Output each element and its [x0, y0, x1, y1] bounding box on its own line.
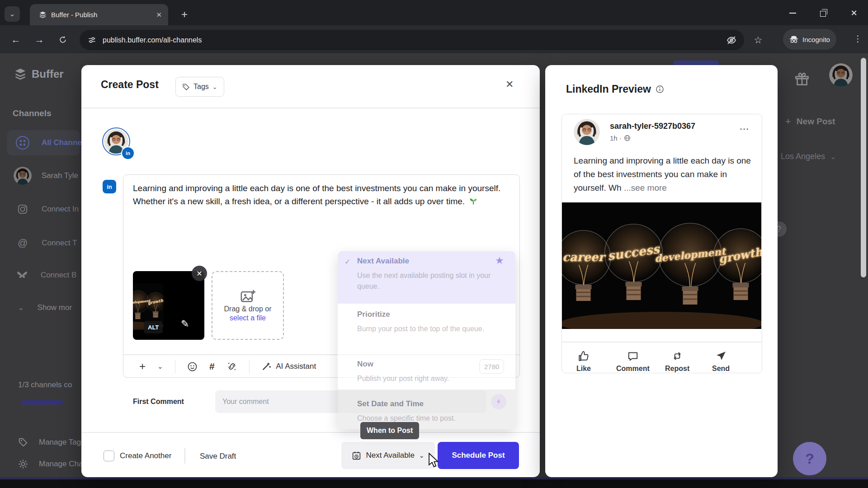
ai-assistant-button[interactable]: AI Assistant: [261, 361, 316, 371]
like-icon: [578, 350, 590, 362]
back-button[interactable]: ←: [8, 33, 24, 47]
buffer-logo-icon: [14, 68, 27, 80]
add-image-icon: [240, 289, 255, 304]
channels-progress-bar: [21, 400, 63, 404]
like-button[interactable]: Like: [576, 350, 591, 373]
menu-option-prioritize[interactable]: Prioritize Bump your post to the top of …: [338, 310, 515, 355]
sidebar-show-more[interactable]: ⌄ Show mor: [18, 303, 72, 312]
footer-divider-bar: [184, 448, 185, 464]
browser-menu-kebab-icon[interactable]: ⋮: [854, 33, 862, 44]
help-beacon-label: ?: [805, 450, 814, 467]
schedule-post-button[interactable]: Schedule Post: [438, 442, 519, 469]
eye-off-icon[interactable]: [726, 35, 737, 46]
minimize-icon: [789, 13, 796, 14]
emoji-button[interactable]: [187, 361, 198, 372]
linkedin-post-card: sarah-tyler-5927b0367 1h · … Learning an…: [561, 114, 762, 373]
bluesky-icon: [17, 270, 28, 280]
info-icon[interactable]: [656, 85, 664, 94]
bookmark-star-icon[interactable]: ☆: [751, 33, 765, 47]
modal-header-divider: [81, 108, 540, 108]
menu-option-next-available[interactable]: ✓ Next Available Use the next available …: [338, 251, 515, 304]
sidebar-item-sarah[interactable]: Sarah Tyle: [14, 167, 78, 185]
post-options-kebab[interactable]: …: [739, 121, 750, 132]
channel-avatar[interactable]: in: [102, 127, 132, 157]
ai-assistant-label: AI Assistant: [276, 362, 316, 371]
page-scrollbar-thumb[interactable]: [861, 58, 866, 277]
plus-icon: +: [785, 116, 791, 127]
sidebar-item-connect-threads[interactable]: @ Connect T: [18, 237, 77, 249]
forward-button[interactable]: →: [32, 33, 47, 47]
first-comment-label: First Comment: [133, 398, 184, 406]
help-beacon-button[interactable]: ?: [793, 442, 826, 475]
sidebar-item-connect-bluesky[interactable]: Connect B: [17, 270, 76, 280]
gift-icon[interactable]: [794, 70, 810, 87]
post-meta: 1h ·: [610, 134, 631, 142]
channels-heading: Channels: [13, 108, 52, 118]
window-close-button[interactable]: ✕: [847, 7, 861, 19]
post-actions-divider: [562, 342, 761, 343]
url-bar[interactable]: publish.buffer.com/all-channels: [80, 30, 744, 50]
sidebar-item-label: Connect In: [42, 205, 79, 214]
link-shortener-button[interactable]: [226, 361, 237, 372]
sidebar-item-label: All Channe: [42, 138, 82, 147]
sidebar-item-connect-instagram[interactable]: Connect In: [18, 204, 79, 214]
threads-icon: @: [18, 237, 28, 249]
hashtag-button[interactable]: #: [209, 361, 215, 372]
tags-label: Tags: [193, 83, 209, 91]
channels-connected-status: 1/3 channels co: [18, 380, 72, 389]
new-post-button[interactable]: + New Post: [785, 116, 835, 127]
edit-media-pencil-icon[interactable]: ✎: [181, 318, 189, 330]
manage-tags-label: Manage Tag: [39, 438, 81, 447]
repost-button[interactable]: Repost: [665, 350, 689, 373]
window-minimize-button[interactable]: [786, 7, 799, 19]
manage-channels[interactable]: Manage Cha: [18, 459, 83, 469]
media-dropzone[interactable]: Drag & drop or select a file: [212, 271, 284, 340]
timezone-selector[interactable]: Los Angeles ⌄: [781, 152, 836, 161]
browser-tab[interactable]: Buffer - Publish ✕: [30, 4, 168, 25]
globe-icon: [624, 135, 631, 141]
star-icon[interactable]: ★: [495, 255, 504, 267]
modal-close-button[interactable]: ✕: [505, 79, 514, 90]
modal-footer-divider: [81, 432, 540, 433]
menu-option-now[interactable]: Now Publish your post right away.: [338, 360, 515, 388]
manage-tags[interactable]: Manage Tag: [18, 437, 81, 447]
save-draft-button[interactable]: Save Draft: [200, 452, 236, 461]
brand-name: Buffer: [32, 68, 64, 80]
tab-close-icon[interactable]: ✕: [156, 11, 162, 19]
account-avatar[interactable]: [829, 63, 853, 87]
linkedin-channel-badge: in: [121, 146, 135, 160]
remove-media-button[interactable]: ✕: [192, 266, 207, 281]
create-another-label: Create Another: [120, 451, 171, 460]
reload-button[interactable]: [55, 33, 71, 47]
post-image[interactable]: [562, 202, 761, 329]
window-restore-button[interactable]: [816, 7, 830, 19]
incognito-label: Incognito: [802, 36, 830, 43]
see-more-link[interactable]: ...see more: [624, 183, 667, 192]
tags-dropdown[interactable]: Tags ⌄: [175, 77, 224, 97]
new-tab-button[interactable]: +: [177, 7, 192, 22]
create-another-checkbox[interactable]: [104, 450, 114, 461]
tab-search-chevron-button[interactable]: ⌄: [5, 6, 20, 22]
preview-title: LinkedIn Preview: [566, 83, 651, 95]
alt-text-badge[interactable]: ALT: [144, 321, 163, 333]
comment-button[interactable]: Comment: [616, 350, 650, 373]
buffer-logo[interactable]: Buffer: [14, 68, 64, 80]
sidebar-item-all-channels[interactable]: All Channe: [15, 136, 82, 150]
send-button[interactable]: Send: [712, 350, 730, 373]
add-attachment-button[interactable]: +: [139, 360, 146, 373]
show-more-label: Show mor: [38, 303, 72, 312]
action-label: Send: [712, 365, 730, 373]
post-text[interactable]: Learning and improving a little each day…: [133, 182, 513, 208]
site-info-icon[interactable]: [88, 36, 96, 44]
url-text: publish.buffer.com/all-channels: [103, 36, 202, 44]
next-available-button[interactable]: Next Available ⌄: [341, 442, 435, 469]
attachment-chevron-button[interactable]: ⌄: [157, 362, 163, 371]
create-another-checkbox-row[interactable]: Create Another: [104, 450, 171, 461]
chevron-down-icon: ⌄: [419, 452, 425, 459]
tag-icon: [18, 437, 28, 447]
dropzone-text: Drag & drop or: [224, 305, 272, 313]
select-file-link[interactable]: select a file: [230, 314, 266, 322]
linkedin-network-icon: in: [103, 180, 116, 193]
chevron-down-icon: ⌄: [830, 153, 836, 160]
repost-icon: [671, 350, 683, 362]
